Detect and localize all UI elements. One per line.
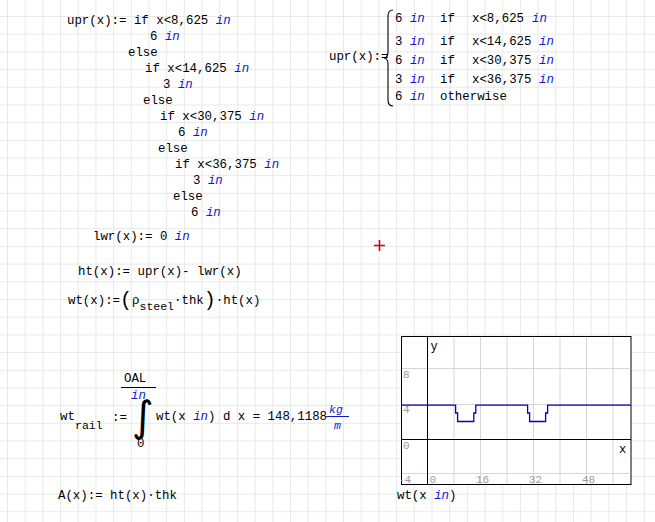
case-keyword: if xyxy=(440,13,455,26)
plot-border xyxy=(402,337,632,485)
unit-in: in xyxy=(234,62,249,76)
x-tick-48: 48 xyxy=(582,474,595,486)
case-value: 6 xyxy=(395,54,410,68)
lower-limit: 0 xyxy=(137,438,144,451)
unit-in: in xyxy=(410,35,425,49)
expr-text: wt(x):= xyxy=(68,295,120,308)
x-tick-0: 0 xyxy=(430,474,437,486)
case-keyword: if xyxy=(440,55,455,68)
unit-in: in xyxy=(249,110,264,124)
expr-text: wt(x xyxy=(397,489,434,503)
unit-in: in xyxy=(178,78,193,92)
case-condition: x<14,625 xyxy=(472,36,539,49)
unit-m: m xyxy=(334,419,341,432)
unit-in: in xyxy=(165,30,180,44)
expr-text: if x<14,625 xyxy=(145,62,234,76)
wt-definition[interactable]: wt(x):=(ρsteel·thk)·ht(x) xyxy=(68,290,260,312)
unit-in: in xyxy=(410,12,425,26)
if-block-line: 3 in xyxy=(163,79,193,92)
unit-in: in xyxy=(193,126,208,140)
unit-in: in xyxy=(264,158,279,172)
expr-text: ·ht(x) xyxy=(216,295,261,308)
y-tick-0: 0 xyxy=(403,440,410,452)
expr-text: if x<30,375 xyxy=(160,110,249,124)
case-value: 6 xyxy=(395,90,410,104)
rail-weight-integral[interactable]: wt rail := OAL in ∫ 0 wt(x in) d x = 148… xyxy=(58,370,368,455)
if-block-line: upr(x):= if x<8,625 in xyxy=(67,15,231,28)
left-paren: ( xyxy=(120,292,132,310)
unit-in: in xyxy=(410,90,425,104)
case-condition: x<36,375 xyxy=(472,74,539,87)
expr-text: upr(x):= if x<8,625 xyxy=(67,14,216,28)
case-value: 3 xyxy=(395,73,410,87)
case-keyword: if xyxy=(440,74,455,87)
wt-plot[interactable]: 8 4 0 -4 0 16 32 48 y x xyxy=(401,336,632,486)
x-tick-16: 16 xyxy=(476,474,489,486)
unit-in: in xyxy=(175,230,190,244)
expr-text: 6 xyxy=(178,126,193,140)
upper-limit-numerator: OAL xyxy=(124,373,146,386)
piecewise-row: 3 inifx<14,625 in xyxy=(395,36,425,49)
unit-in: in xyxy=(539,74,554,87)
area-definition[interactable]: A(x):= ht(x)·thk xyxy=(58,490,177,503)
unit-in: in xyxy=(193,410,208,424)
integral-sign: ∫ xyxy=(132,396,154,438)
expr-text: 6 xyxy=(150,30,165,44)
result-value: ) d x = 148,1188 xyxy=(208,410,327,424)
expr-text: wt xyxy=(60,411,75,424)
unit-in: in xyxy=(434,489,449,503)
unit-in: in xyxy=(216,14,231,28)
rho-symbol: ρ xyxy=(132,295,139,308)
case-value: 3 xyxy=(395,35,410,49)
if-block-line: if x<36,375 in xyxy=(175,159,279,172)
case-condition: x<30,375 xyxy=(472,55,539,68)
if-block-line: else xyxy=(158,143,188,156)
y-axis-label: y xyxy=(431,340,438,354)
unit-in: in xyxy=(539,55,554,68)
unit-in: in xyxy=(206,206,221,220)
fraction-bar xyxy=(121,387,156,388)
if-block-line: else xyxy=(128,47,158,60)
insertion-cursor-icon[interactable] xyxy=(374,240,386,252)
case-value: 6 xyxy=(395,12,410,26)
x-axis-label: x xyxy=(619,443,626,457)
piecewise-lhs: upr(x):= xyxy=(329,51,389,64)
if-block-line: 6 in xyxy=(191,207,221,220)
expr-text: if x<36,375 xyxy=(175,158,264,172)
plot-caption[interactable]: wt(x in) xyxy=(397,490,457,503)
unit-in: in xyxy=(208,174,223,188)
y-tick-4: 4 xyxy=(403,404,410,416)
steel-subscript: steel xyxy=(140,300,175,313)
expr-text: lwr(x):= 0 xyxy=(93,230,175,244)
lwr-definition[interactable]: lwr(x):= 0 in xyxy=(93,231,190,244)
if-block-line: 6 in xyxy=(178,127,208,140)
unit-in: in xyxy=(410,73,425,87)
if-block-line: 3 in xyxy=(193,175,223,188)
unit-in: in xyxy=(539,36,554,49)
unit-in: in xyxy=(532,13,547,26)
case-keyword: if xyxy=(440,36,455,49)
expr-text: wt(x xyxy=(156,410,193,424)
expr-text: else xyxy=(173,190,203,204)
if-block-line: else xyxy=(143,95,173,108)
ht-definition[interactable]: ht(x):= upr(x)- lwr(x) xyxy=(78,266,242,279)
expr-text: else xyxy=(128,46,158,60)
expr-text: else xyxy=(158,142,188,156)
expr-text: 6 xyxy=(191,206,206,220)
if-block-line: if x<30,375 in xyxy=(160,111,264,124)
unit-in: in xyxy=(410,54,425,68)
case-condition: x<8,625 xyxy=(472,13,532,26)
piecewise-row: 6 inifx<30,375 in xyxy=(395,55,425,68)
case-keyword: otherwise xyxy=(440,91,507,104)
y-tick-neg4: -4 xyxy=(401,474,412,486)
smath-worksheet: upr(x):= if x<8,625 in 6 in else if x<14… xyxy=(0,0,655,522)
expr-text: 3 xyxy=(193,174,208,188)
unit-kg: kg xyxy=(329,403,343,416)
expr-text: else xyxy=(143,94,173,108)
right-paren: ) xyxy=(204,292,216,310)
y-tick-8: 8 xyxy=(403,369,410,381)
rail-subscript: rail xyxy=(75,419,103,432)
if-block-line: 6 in xyxy=(150,31,180,44)
piecewise-row: 3 inifx<36,375 in xyxy=(395,74,425,87)
piecewise-row: 6 inifx<8,625 in xyxy=(395,13,425,26)
